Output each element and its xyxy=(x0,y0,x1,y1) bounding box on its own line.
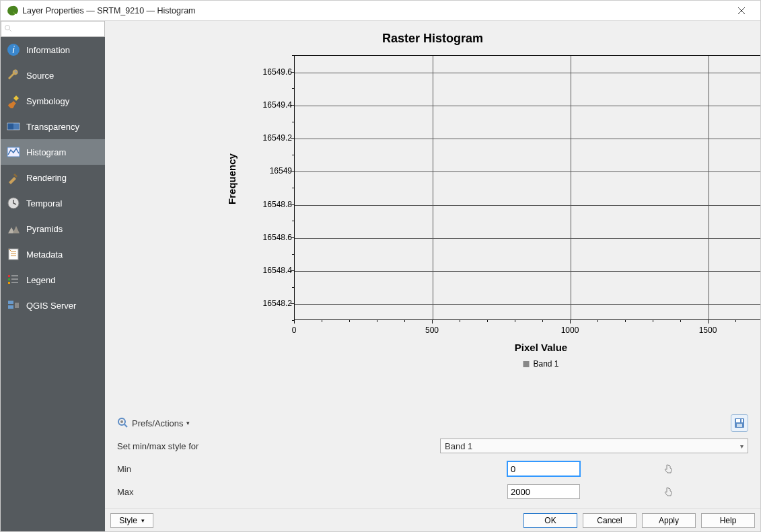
close-button[interactable] xyxy=(728,1,755,21)
transparency-icon xyxy=(6,119,21,134)
svg-rect-13 xyxy=(8,301,13,304)
y-axis-label: Frequency xyxy=(226,153,238,204)
prefs-actions-label: Prefs/Actions xyxy=(132,418,184,428)
chart-legend: Band 1 xyxy=(523,359,558,369)
max-label: Max xyxy=(117,487,440,497)
sidebar-item-label: Source xyxy=(26,71,54,81)
y-tick-label: 16549 xyxy=(252,166,292,176)
sidebar-item-label: Information xyxy=(26,45,70,55)
prefs-actions-button[interactable]: Prefs/Actions ▾ xyxy=(117,417,190,429)
y-tick-label: 16549.6 xyxy=(252,67,292,77)
chart-title: Raster Histogram xyxy=(105,21,760,46)
chart-area: Raster Histogram Frequency Pixel Value B… xyxy=(105,21,760,408)
sidebar-item-legend[interactable]: Legend xyxy=(1,267,105,293)
metadata-icon xyxy=(6,247,21,262)
y-tick-label: 16549.4 xyxy=(252,100,292,110)
style-button[interactable]: Style ▾ xyxy=(110,513,153,528)
sidebar-item-rendering[interactable]: Rendering xyxy=(1,165,105,190)
server-icon xyxy=(6,298,21,313)
x-axis-label: Pixel Value xyxy=(515,342,567,353)
svg-rect-10 xyxy=(8,275,10,277)
sidebar-item-label: Temporal xyxy=(26,198,62,208)
style-label: Style xyxy=(119,516,137,525)
sidebar-item-transparency[interactable]: Transparency xyxy=(1,114,105,139)
y-tick-label: 16548.2 xyxy=(252,299,292,308)
y-tick-label: 16549.2 xyxy=(252,133,292,143)
sidebar-item-histogram[interactable]: Histogram xyxy=(1,139,105,165)
svg-rect-20 xyxy=(737,424,742,427)
qgis-icon xyxy=(6,5,18,17)
sidebar-item-label: Symbology xyxy=(26,96,69,106)
sidebar-item-label: Histogram xyxy=(26,147,66,157)
apply-button[interactable]: Apply xyxy=(642,513,696,528)
sidebar-item-label: Metadata xyxy=(26,250,63,260)
x-tick-label: 1000 xyxy=(561,326,579,335)
clock-icon xyxy=(6,196,21,211)
y-tick-label: 16548.8 xyxy=(252,200,292,209)
svg-rect-12 xyxy=(8,282,10,284)
setminmax-label: Set min/max style for xyxy=(117,441,440,451)
pyramids-icon xyxy=(6,221,21,236)
sidebar-item-information[interactable]: i Information xyxy=(1,37,105,63)
chevron-down-icon: ▾ xyxy=(141,517,145,524)
sidebar-item-metadata[interactable]: Metadata xyxy=(1,241,105,267)
sidebar-item-symbology[interactable]: Symbology xyxy=(1,88,105,114)
brush-icon xyxy=(6,93,21,108)
svg-rect-15 xyxy=(15,303,19,308)
chart-canvas: Frequency Pixel Value Band 1 16548.21654… xyxy=(231,44,760,421)
chevron-down-icon: ▾ xyxy=(740,443,744,450)
x-tick-label: 1500 xyxy=(699,326,717,335)
histogram-icon xyxy=(6,145,21,159)
legend-icon xyxy=(6,272,21,287)
svg-rect-5 xyxy=(7,123,13,130)
search-icon xyxy=(4,24,12,34)
max-input[interactable] xyxy=(507,484,580,499)
paint-icon xyxy=(6,170,21,185)
sidebar-item-pyramids[interactable]: Pyramids xyxy=(1,216,105,241)
y-tick-label: 16548.4 xyxy=(252,266,292,275)
legend-swatch xyxy=(523,361,529,367)
band-select-value: Band 1 xyxy=(445,441,472,451)
main-panel: Raster Histogram Frequency Pixel Value B… xyxy=(105,21,760,531)
x-tick-label: 500 xyxy=(425,326,439,335)
min-label: Min xyxy=(117,464,440,474)
window-root: Layer Properties — SRTM_9210 — Histogram… xyxy=(0,0,761,532)
info-icon: i xyxy=(6,42,21,57)
svg-point-17 xyxy=(120,420,123,423)
magnifier-cog-icon xyxy=(117,417,129,429)
wrench-icon xyxy=(6,68,21,83)
footer: Style ▾ OK Cancel Apply Help xyxy=(105,508,760,531)
ok-button[interactable]: OK xyxy=(523,513,577,528)
y-tick-label: 16548.6 xyxy=(252,233,292,242)
titlebar: Layer Properties — SRTM_9210 — Histogram xyxy=(1,1,760,21)
svg-rect-11 xyxy=(8,278,10,280)
sidebar-item-label: Transparency xyxy=(26,122,79,132)
plot-rect xyxy=(294,55,760,320)
sidebar-item-label: Rendering xyxy=(26,173,67,183)
sidebar: i Information Source Symbology Transpare… xyxy=(1,21,105,531)
sidebar-search[interactable] xyxy=(1,21,105,37)
help-button[interactable]: Help xyxy=(701,513,755,528)
sidebar-item-label: Pyramids xyxy=(26,224,63,234)
sidebar-search-input[interactable] xyxy=(15,24,102,34)
chevron-down-icon: ▾ xyxy=(186,420,190,426)
sidebar-item-temporal[interactable]: Temporal xyxy=(1,190,105,216)
min-input[interactable] xyxy=(507,461,580,476)
max-pick-button[interactable] xyxy=(661,484,676,499)
band-select[interactable]: Band 1 ▾ xyxy=(440,439,748,453)
svg-point-1 xyxy=(5,26,10,30)
x-tick-label: 0 xyxy=(292,326,297,335)
svg-rect-14 xyxy=(8,305,13,309)
sidebar-item-qgis-server[interactable]: QGIS Server xyxy=(1,293,105,318)
sidebar-item-label: QGIS Server xyxy=(26,301,76,311)
legend-label: Band 1 xyxy=(533,359,558,369)
min-pick-button[interactable] xyxy=(661,461,676,476)
body: i Information Source Symbology Transpare… xyxy=(1,21,760,531)
sidebar-item-source[interactable]: Source xyxy=(1,63,105,88)
controls-panel: Prefs/Actions ▾ Set min/max style for Ba… xyxy=(105,408,760,508)
cancel-button[interactable]: Cancel xyxy=(583,513,637,528)
window-title: Layer Properties — SRTM_9210 — Histogram xyxy=(22,6,728,15)
sidebar-item-label: Legend xyxy=(26,275,55,285)
